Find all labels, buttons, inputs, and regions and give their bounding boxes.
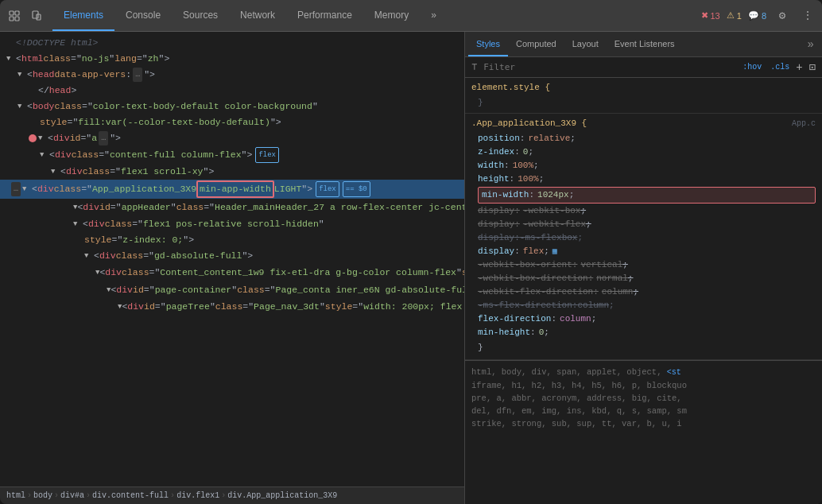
list-item[interactable]: <div class="flex1 pos-relative scroll-hi…	[0, 216, 464, 232]
dollar-zero-badge: == $0	[343, 181, 370, 197]
list-item[interactable]: <div class="content-full column-flex"> f…	[0, 146, 464, 164]
red-dot-icon	[29, 134, 37, 142]
styles-panel: Styles Computed Layout Event Listeners »…	[465, 32, 822, 504]
svg-rect-0	[10, 11, 14, 15]
breadcrumb-item[interactable]: div.flex1	[176, 491, 219, 500]
toolbar-left-icons	[5, 6, 46, 25]
style-rules: }	[465, 96, 822, 113]
triangle-icon[interactable]	[84, 249, 94, 263]
list-item[interactable]: <!DOCTYPE html>	[0, 35, 464, 51]
tab-sources[interactable]: Sources	[172, 0, 229, 31]
expand-dots[interactable]: …	[133, 68, 142, 82]
elements-tree[interactable]: <!DOCTYPE html> <html class="no-js" lang…	[0, 32, 464, 487]
breadcrumb-item[interactable]: html	[6, 491, 25, 500]
tab-computed[interactable]: Computed	[508, 32, 564, 56]
style-section-app: .App_application_3X9 { App.c position : …	[465, 114, 822, 360]
list-item[interactable]: <div id="appHeader" class="Header_mainHe…	[0, 199, 464, 216]
css-source-link[interactable]: <st	[667, 368, 681, 377]
filter-bar: ⊤ :hov .cls + ⊡	[465, 57, 822, 78]
message-badge[interactable]: 💬 8	[748, 10, 766, 21]
style-source-link[interactable]: App.c	[792, 117, 816, 130]
list-item: position : relative ;	[478, 132, 816, 145]
tab-more[interactable]: »	[420, 0, 448, 31]
svg-rect-2	[15, 11, 19, 15]
tab-performance[interactable]: Performance	[286, 0, 363, 31]
add-style-rule-button[interactable]: +	[796, 61, 802, 74]
breadcrumb-item[interactable]: body	[33, 491, 52, 500]
triangle-icon[interactable]	[38, 131, 48, 145]
list-item[interactable]: <div class="gd-absolute-full">	[0, 248, 464, 264]
list-item[interactable]: <div id="pageTree" class="Page_nav_3dt" …	[0, 299, 464, 315]
list-item: flex-direction : column ;	[478, 312, 816, 326]
expand-dots[interactable]: …	[11, 182, 21, 196]
tab-network[interactable]: Network	[229, 0, 286, 31]
tab-elements[interactable]: Elements	[52, 0, 114, 31]
flex-badge[interactable]: flex	[316, 181, 339, 197]
main-content: <!DOCTYPE html> <html class="no-js" lang…	[0, 32, 822, 504]
style-section-element: element.style { }	[465, 78, 822, 114]
style-selector-app: .App_application_3X9 { App.c	[465, 114, 822, 132]
breadcrumb: html › body › div#a › div.content-full ›…	[6, 491, 337, 500]
toolbar: Elements Console Sources Network Perform…	[0, 0, 822, 32]
more-options-button[interactable]: ⋮	[798, 6, 817, 25]
triangle-icon[interactable]	[40, 148, 49, 162]
triangle-icon[interactable]	[22, 182, 32, 196]
tab-memory[interactable]: Memory	[363, 0, 420, 31]
triangle-icon[interactable]	[17, 99, 27, 114]
breadcrumb-item[interactable]: div.App_application_3X9	[227, 491, 337, 500]
device-toolbar-button[interactable]	[27, 6, 46, 25]
error-badge[interactable]: ✖ 13	[701, 10, 720, 21]
filter-icon: ⊤	[471, 61, 477, 73]
list-item[interactable]: <div id="a … ">	[0, 130, 464, 146]
tab-console[interactable]: Console	[114, 0, 172, 31]
list-item[interactable]: </head>	[0, 83, 464, 99]
list-item: -webkit-box-orient : vertical ;	[478, 258, 816, 272]
devtools-window: Elements Console Sources Network Perform…	[0, 0, 822, 504]
triangle-icon[interactable]	[51, 165, 60, 179]
css-preview: html, body, div, span, applet, object, <…	[465, 360, 822, 435]
list-item: height : 100% ;	[478, 173, 816, 186]
elements-panel: <!DOCTYPE html> <html class="no-js" lang…	[0, 32, 465, 504]
style-actions-button[interactable]: ⊡	[809, 60, 816, 74]
list-item: display : flex ; ▦	[478, 245, 816, 258]
list-item[interactable]: <div class="Content_content_1w9 fix-etl-…	[0, 264, 464, 281]
list-item: display : -webkit-flex ;	[478, 218, 816, 231]
expand-dots[interactable]: …	[99, 131, 108, 145]
list-item[interactable]: <html class="no-js" lang="zh">	[0, 51, 464, 67]
tab-event-listeners[interactable]: Event Listeners	[607, 32, 683, 56]
filter-input[interactable]	[483, 62, 734, 72]
tab-layout[interactable]: Layout	[564, 32, 607, 56]
styles-content[interactable]: element.style { } .App_application_3X9 {…	[465, 78, 822, 504]
flex-grid-icon[interactable]: ▦	[553, 245, 557, 258]
list-item: width : 100% ;	[478, 159, 816, 173]
list-item[interactable]: <body class="color-text-body-default col…	[0, 99, 464, 114]
settings-button[interactable]: ⚙	[773, 6, 792, 25]
list-item: -webkit-flex-direction : column ;	[478, 285, 816, 299]
list-item[interactable]: style="z-index: 0;">	[0, 232, 464, 248]
more-tabs-button[interactable]: »	[803, 38, 819, 51]
triangle-icon[interactable]	[73, 217, 83, 231]
main-tabs: Elements Console Sources Network Perform…	[52, 0, 701, 31]
style-rules-app: position : relative ; z-index : 0 ;	[465, 132, 822, 359]
breadcrumb-item[interactable]: div#a	[60, 491, 84, 500]
list-item: -webkit-box-direction : normal ;	[478, 272, 816, 285]
triangle-icon[interactable]	[17, 68, 27, 82]
filter-cls-button[interactable]: .cls	[770, 63, 789, 72]
triangle-icon[interactable]	[6, 52, 16, 66]
svg-rect-1	[10, 17, 14, 21]
tab-styles[interactable]: Styles	[468, 32, 508, 56]
list-item[interactable]: <div class="flex1 scroll-xy">	[0, 164, 464, 180]
breadcrumb-bar: html › body › div#a › div.content-full ›…	[0, 487, 464, 504]
select-element-button[interactable]	[5, 6, 24, 25]
list-item: z-index : 0 ;	[478, 145, 816, 159]
list-item[interactable]: style="fill:var(--color-text-body-defaul…	[0, 114, 464, 130]
flex-badge[interactable]: flex	[255, 147, 279, 163]
warning-badge[interactable]: ⚠ 1	[727, 10, 742, 21]
list-item[interactable]: … <div class="App_application_3X9 min-ap…	[0, 180, 464, 199]
breadcrumb-item[interactable]: div.content-full	[92, 491, 169, 500]
filter-pseudo-button[interactable]: :hov	[740, 62, 764, 72]
list-item[interactable]: <head data-app-vers: … ">	[0, 67, 464, 83]
list-item[interactable]: <div id="page-container" class="Page_con…	[0, 281, 464, 299]
list-item: display : -ms-flexbox ;	[478, 231, 816, 245]
svg-rect-3	[15, 17, 19, 21]
